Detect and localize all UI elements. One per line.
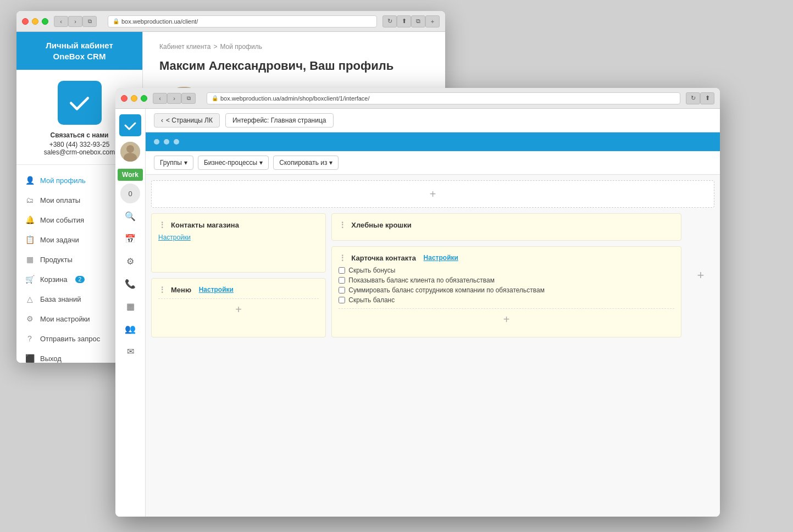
calendar-icon-2[interactable]: 📅 — [120, 229, 140, 248]
sidebar-checkmark-avatar — [58, 81, 102, 125]
breadcrumb-parent: Кабинет клиента — [159, 43, 210, 51]
forward-nav-2[interactable]: › — [167, 93, 181, 104]
back-nav-2[interactable]: ‹ — [153, 93, 167, 104]
page-title: Максим Александрович, Ваш профиль — [159, 59, 429, 73]
nav-label-payments: Мои оплаты — [40, 196, 80, 204]
settings-link-contacts[interactable]: Настройки — [158, 234, 191, 241]
checkbox-sum-balance: Суммировать баланс сотрудников компании … — [339, 286, 674, 294]
titlebar-2: ‹ › ⧉ 🔒 box.webproduction.ua/admin/shop/… — [115, 88, 720, 109]
person-group-icon[interactable]: 👥 — [120, 319, 140, 339]
checkbox-hide-balance: Скрыть баланс — [339, 296, 674, 304]
question-icon: ? — [25, 334, 35, 343]
top-bar-2: ‹ < Страницы ЛК Интерфейс: Главная стран… — [146, 109, 720, 132]
nav-label-request: Отправить запрос — [40, 335, 100, 343]
forward-nav-1[interactable]: › — [68, 16, 82, 27]
traffic-lights-2 — [121, 95, 147, 102]
nav-label-profile: Мой профиль — [40, 176, 86, 185]
refresh-btn-2[interactable]: ↻ — [686, 92, 700, 104]
traffic-lights-1 — [22, 18, 48, 25]
url-bar-1[interactable]: 🔒 box.webproduction.ua/client/ — [108, 15, 377, 27]
pages-btn-label: < Страницы ЛК — [166, 117, 213, 124]
new-tab-btn-1[interactable]: + — [425, 15, 440, 27]
phone-icon-2[interactable]: 📞 — [120, 274, 140, 293]
add-row-top[interactable]: + — [151, 180, 714, 208]
tasks-icon: 📋 — [25, 235, 35, 245]
nav-label-knowledge: База знаний — [40, 295, 81, 303]
main-content-2: ‹ < Страницы ЛК Интерфейс: Главная стран… — [146, 109, 720, 517]
lock-icon-1: 🔒 — [113, 18, 119, 24]
drag-handle-contacts[interactable]: ⋮ — [158, 220, 166, 229]
widget-contact-card-body: Скрыть бонусы Показывать баланс клиента … — [339, 267, 674, 304]
window-mode-1[interactable]: ⧉ — [82, 16, 97, 27]
contact-email: sales@crm-onebox.com — [44, 148, 115, 156]
drag-handle-breadcrumbs[interactable]: ⋮ — [339, 220, 346, 229]
checkbox-hide-balance-input[interactable] — [339, 297, 345, 303]
search-icon-2[interactable]: 🔍 — [120, 206, 140, 226]
exit-icon: ⬛ — [25, 353, 35, 363]
blue-header-bar — [146, 132, 720, 151]
checkmark-icon — [67, 91, 92, 115]
active-tab-label: Интерфейс: Главная страница — [232, 117, 326, 124]
credit-card-icon: 🗂 — [25, 195, 35, 205]
widget-contact-card-add-btn[interactable]: + — [339, 308, 674, 330]
widget-shop-contacts-header: ⋮ Контакты магазина — [158, 220, 319, 229]
sidebar-2: Work 0 🔍 📅 ⚙ 📞 ▦ 👥 ✉ — [115, 109, 146, 517]
triangle-icon: △ — [25, 294, 35, 304]
mail-icon-2[interactable]: ✉ — [120, 341, 140, 361]
drag-handle-menu[interactable]: ⋮ — [158, 285, 166, 294]
checkbox-show-balance: Показывать баланс клиента по обязательст… — [339, 276, 674, 284]
sidebar-2-avatar — [120, 142, 140, 162]
barcode-icon: ▦ — [25, 254, 35, 264]
checkbox-sum-balance-input[interactable] — [339, 287, 345, 293]
settings-link-contact-card[interactable]: Настройки — [424, 254, 458, 262]
nav-label-cart: Корзина — [40, 275, 68, 284]
checkbox-show-balance-label: Показывать баланс клиента по обязательст… — [348, 276, 495, 284]
share-btn-2[interactable]: ⬆ — [700, 92, 714, 104]
fullscreen-button-2[interactable] — [141, 95, 147, 102]
share-btn-1[interactable]: ⬆ — [397, 15, 411, 27]
close-button-1[interactable] — [22, 18, 29, 25]
close-button-2[interactable] — [121, 95, 127, 102]
copy-dropdown[interactable]: Скопировать из ▾ — [273, 156, 339, 170]
widget-shop-contacts-title: Контакты магазина — [171, 221, 239, 229]
gear-icon-2[interactable]: ⚙ — [120, 251, 140, 271]
blue-dot-1 — [154, 139, 159, 145]
svg-point-4 — [126, 145, 134, 153]
minimize-button-1[interactable] — [32, 18, 38, 25]
chevron-left-icon: ‹ — [161, 117, 163, 124]
copy-label: Скопировать из — [279, 159, 327, 167]
fullscreen-button-1[interactable] — [42, 18, 48, 25]
nav-label-tasks: Мои задачи — [40, 236, 79, 244]
settings-link-menu[interactable]: Настройки — [199, 286, 234, 293]
interface-tab-active[interactable]: Интерфейс: Главная страница — [225, 113, 334, 128]
checkbox-sum-balance-label: Суммировать баланс сотрудников компании … — [348, 286, 545, 294]
toolbar-2: Группы ▾ Бизнес-процессы ▾ Скопировать и… — [146, 151, 720, 175]
processes-dropdown[interactable]: Бизнес-процессы ▾ — [198, 156, 269, 170]
work-badge[interactable]: Work — [118, 169, 143, 181]
tabs-btn-1[interactable]: ⧉ — [411, 15, 425, 27]
checkbox-show-balance-input[interactable] — [339, 277, 345, 284]
pages-back-button[interactable]: ‹ < Страницы ЛК — [154, 113, 220, 128]
widget-menu-add-btn[interactable]: + — [158, 298, 319, 320]
cart-badge: 2 — [75, 276, 85, 283]
nav-label-settings: Мои настройки — [40, 315, 90, 323]
widget-shop-contacts-body: Настройки — [158, 234, 319, 241]
groups-label: Группы — [160, 159, 182, 167]
sidebar-2-logo — [119, 114, 141, 136]
add-column-button[interactable]: + — [687, 213, 714, 337]
minimize-button-2[interactable] — [131, 95, 137, 102]
titlebar-1: ‹ › ⧉ 🔒 box.webproduction.ua/client/ ↻ ⬆… — [16, 11, 445, 32]
back-nav-1[interactable]: ‹ — [54, 16, 68, 27]
checkbox-hide-bonuses-input[interactable] — [339, 267, 345, 274]
basket-icon: 🛒 — [25, 274, 35, 284]
refresh-btn-1[interactable]: ↻ — [382, 15, 397, 27]
drag-handle-contact-card[interactable]: ⋮ — [339, 253, 346, 262]
window-mode-2[interactable]: ⧉ — [181, 93, 196, 104]
groups-dropdown[interactable]: Группы ▾ — [154, 156, 193, 170]
widget-row-main: ⋮ Контакты магазина Настройки ⋮ Меню — [151, 213, 714, 337]
url-bar-2[interactable]: 🔒 box.webproduction.ua/admin/shop/boxcli… — [207, 92, 680, 104]
gear-icon-nav: ⚙ — [25, 314, 35, 324]
processes-chevron: ▾ — [259, 159, 263, 167]
url-text-1: box.webproduction.ua/client/ — [121, 18, 198, 25]
barcode-icon-2[interactable]: ▦ — [120, 296, 140, 316]
